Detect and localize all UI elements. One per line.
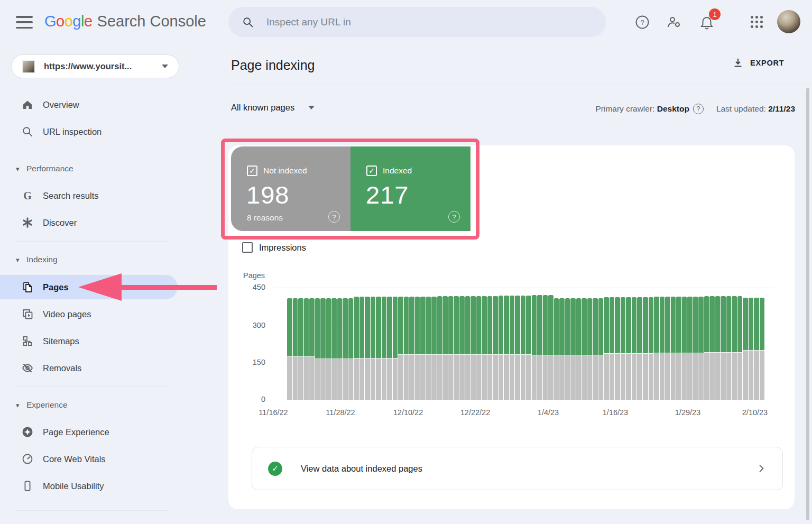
stacked-bar[interactable] (437, 288, 442, 400)
stacked-bar[interactable] (359, 288, 365, 400)
stacked-bar[interactable] (304, 288, 309, 400)
help-icon[interactable]: ? (634, 14, 650, 30)
stacked-bar[interactable] (643, 288, 648, 400)
stacked-bar[interactable] (610, 288, 615, 400)
stacked-bar[interactable] (521, 288, 526, 400)
stacked-bar[interactable] (387, 288, 392, 400)
stacked-bar[interactable] (676, 288, 681, 400)
stacked-bar[interactable] (582, 288, 587, 400)
stacked-bar[interactable] (565, 288, 570, 400)
stacked-bar[interactable] (698, 288, 704, 400)
stacked-bar[interactable] (660, 288, 665, 400)
stacked-bar[interactable] (626, 288, 631, 400)
stacked-bar[interactable] (470, 288, 476, 400)
url-inspect-searchbar[interactable] (228, 7, 606, 37)
property-selector[interactable]: https://www.yoursit... (11, 54, 179, 78)
stacked-bar[interactable] (615, 288, 620, 400)
scope-dropdown[interactable]: All known pages (231, 103, 315, 113)
stacked-bar[interactable] (704, 288, 709, 400)
stacked-bar[interactable] (632, 288, 637, 400)
stacked-bar[interactable] (721, 288, 726, 400)
hamburger-menu-icon[interactable] (16, 16, 33, 29)
stacked-bar[interactable] (760, 288, 765, 400)
export-button[interactable]: EXPORT (732, 57, 784, 69)
stacked-bar[interactable] (398, 288, 403, 400)
sidebar-item-core-web-vitals[interactable]: Core Web Vitals (0, 446, 217, 472)
stacked-bar[interactable] (737, 288, 743, 400)
stacked-bar[interactable] (587, 288, 593, 400)
search-input[interactable] (266, 16, 584, 28)
stacked-bar[interactable] (354, 288, 359, 400)
sidebar-item-overview[interactable]: Overview (0, 91, 217, 118)
stacked-bar[interactable] (604, 288, 609, 400)
stacked-bar[interactable] (487, 288, 493, 400)
stacked-bar[interactable] (732, 288, 737, 400)
stacked-bar[interactable] (754, 288, 759, 400)
stacked-bar[interactable] (548, 288, 553, 400)
stacked-bar[interactable] (682, 288, 687, 400)
stacked-bar[interactable] (515, 288, 520, 400)
sidebar-item-video-pages[interactable]: Video pages (0, 301, 217, 327)
checkbox-unchecked-icon[interactable] (242, 242, 253, 253)
sidebar-item-sitemaps[interactable]: Sitemaps (0, 328, 217, 354)
vertical-scrollbar[interactable] (806, 88, 809, 520)
stacked-bar[interactable] (543, 288, 548, 400)
stacked-bar[interactable] (420, 288, 426, 400)
stacked-bar[interactable] (448, 288, 454, 400)
impressions-toggle[interactable]: Impressions (242, 242, 306, 253)
stacked-bar[interactable] (348, 288, 354, 400)
stacked-bar[interactable] (454, 288, 459, 400)
sidebar-item-search-results[interactable]: G Search results (0, 182, 217, 209)
stacked-bar[interactable] (570, 288, 576, 400)
stacked-bar[interactable] (743, 288, 748, 400)
stacked-bar[interactable] (649, 288, 654, 400)
stacked-bar[interactable] (709, 288, 715, 400)
stacked-bar[interactable] (671, 288, 676, 400)
avatar[interactable] (777, 10, 800, 33)
stacked-bar[interactable] (726, 288, 732, 400)
checkbox-checked-icon[interactable]: ✓ (247, 166, 257, 176)
stacked-bar[interactable] (309, 288, 315, 400)
stacked-bar[interactable] (320, 288, 326, 400)
stacked-bar[interactable] (593, 288, 598, 400)
stacked-bar[interactable] (654, 288, 659, 400)
google-apps-grid-icon[interactable] (751, 16, 763, 28)
stacked-bar[interactable] (621, 288, 626, 400)
stacked-bar[interactable] (287, 288, 292, 400)
stacked-bar[interactable] (687, 288, 693, 400)
stacked-bar[interactable] (415, 288, 420, 400)
stacked-bar[interactable] (409, 288, 414, 400)
stacked-bar[interactable] (331, 288, 337, 400)
stacked-bar[interactable] (715, 288, 721, 400)
stacked-bar[interactable] (382, 288, 387, 400)
not-indexed-card[interactable]: ✓ Not indexed 198 8 reasons ? (231, 146, 350, 231)
help-icon[interactable]: ? (448, 211, 460, 223)
stacked-bar[interactable] (504, 288, 509, 400)
sidebar-item-discover[interactable]: Discover (0, 209, 217, 236)
stacked-bar[interactable] (315, 288, 320, 400)
stacked-bar[interactable] (532, 288, 537, 400)
stacked-bar[interactable] (749, 288, 754, 400)
stacked-bar[interactable] (431, 288, 437, 400)
stacked-bar[interactable] (465, 288, 470, 400)
stacked-bar[interactable] (376, 288, 381, 400)
stacked-bar[interactable] (693, 288, 698, 400)
stacked-bar[interactable] (482, 288, 487, 400)
sidebar-section-experience[interactable]: ▾ Experience (0, 394, 217, 416)
checkbox-checked-icon[interactable]: ✓ (366, 166, 377, 176)
help-icon[interactable]: ? (693, 104, 704, 114)
stacked-bar[interactable] (459, 288, 465, 400)
sidebar-item-url-inspection[interactable]: URL inspection (0, 118, 217, 145)
sidebar-item-removals[interactable]: Removals (0, 355, 217, 381)
help-icon[interactable]: ? (328, 211, 340, 223)
stacked-bar[interactable] (537, 288, 542, 400)
stacked-bar[interactable] (371, 288, 376, 400)
stacked-bar[interactable] (343, 288, 348, 400)
view-indexed-data-link[interactable]: ✓ View data about indexed pages (252, 447, 783, 490)
stacked-bar[interactable] (337, 288, 343, 400)
stacked-bar[interactable] (559, 288, 565, 400)
stacked-bar[interactable] (493, 288, 498, 400)
sidebar-item-page-experience[interactable]: Page Experience (0, 419, 217, 445)
user-settings-icon[interactable] (666, 14, 682, 30)
sidebar-item-mobile-usability[interactable]: Mobile Usability (0, 473, 217, 499)
